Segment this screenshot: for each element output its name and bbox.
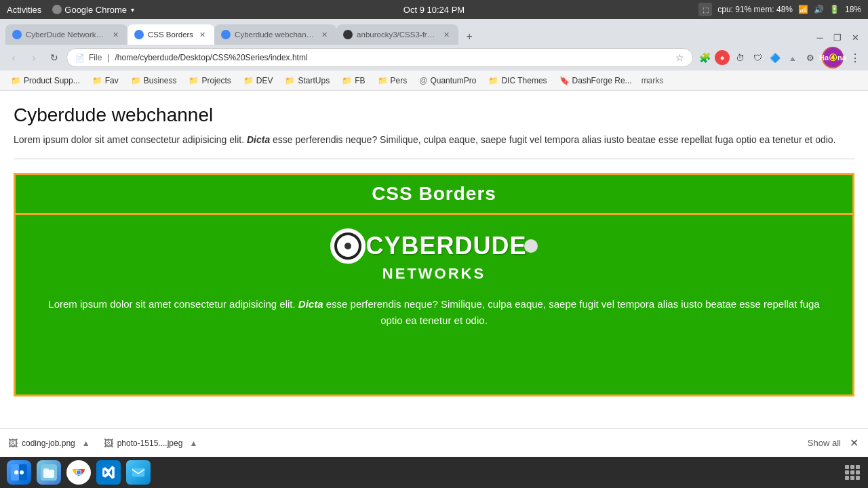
jpeg-file-icon: 🖼 — [104, 438, 113, 449]
grid-dot — [856, 470, 860, 474]
grid-dot — [845, 470, 849, 474]
bookmark-dashforge[interactable]: 🔖 DashForge Re... — [554, 74, 637, 87]
folder-icon: 📁 — [11, 76, 21, 85]
bookmark-label: StartUps — [298, 76, 330, 85]
bookmark-label: Business — [144, 76, 177, 85]
folder-icon: 📁 — [342, 76, 352, 85]
forward-button[interactable]: › — [26, 49, 42, 66]
screenshot-icon[interactable]: ⬚ — [698, 3, 712, 16]
grid-dot — [856, 465, 860, 469]
logo-text: CYBERDUDE — [366, 232, 526, 260]
bookmark-label: QuantumPro — [430, 76, 476, 85]
file-protocol-icon: 📄 — [75, 54, 85, 62]
bookmark-fav[interactable]: 📁 Fav — [87, 74, 124, 87]
tab-cyberdude-networks[interactable]: CyberDude Networks - lo... ✕ — [5, 24, 127, 45]
browser-actions: 🧩 ● ⏱ 🛡 🔷 ⟁ ⚙ — [697, 50, 818, 65]
tab-label-2: CSS Borders — [148, 30, 193, 39]
tab-css-borders[interactable]: CSS Borders ✕ — [127, 24, 214, 45]
address-bar: ‹ › ↻ 📄 File | /home/cyberdude/Desktop/C… — [0, 45, 868, 70]
taskbar-grid-icon[interactable] — [845, 465, 860, 480]
taskbar-files-icon[interactable] — [37, 460, 61, 485]
bookmark-label: Product Supp... — [24, 76, 80, 85]
tab-close-3[interactable]: ✕ — [319, 30, 330, 40]
grid-dot — [845, 465, 849, 469]
taskbar-chrome-icon[interactable] — [66, 460, 91, 485]
url-file-label: File — [89, 53, 102, 62]
back-button[interactable]: ‹ — [5, 49, 22, 66]
bookmark-product-supp[interactable]: 📁 Product Supp... — [5, 74, 85, 87]
bookmark-business[interactable]: 📁 Business — [125, 74, 182, 87]
tab-label-3: Cyberdude webchannel — [235, 30, 315, 39]
tab-close-4[interactable]: ✕ — [441, 30, 452, 40]
minimize-button[interactable]: ─ — [812, 30, 827, 45]
tab-anburocky3[interactable]: anburocky3/CSS3-from-... ✕ — [336, 24, 458, 45]
maximize-button[interactable]: ❐ — [830, 30, 845, 45]
box-lorem-bold: Dicta — [296, 298, 323, 310]
avatar-initials: Ha④na — [823, 48, 842, 67]
downloads-close-button[interactable]: ✕ — [850, 436, 859, 449]
chrome-indicator[interactable]: Google Chrome ▾ — [52, 5, 134, 15]
box-lorem-text: Lorem ipsum dolor sit amet consectetur a… — [29, 296, 839, 329]
pocket-icon[interactable]: ● — [715, 50, 730, 65]
bookmark-fb[interactable]: 📁 FB — [336, 74, 370, 87]
bookmark-label: FB — [355, 76, 365, 85]
bookmark-projects[interactable]: 📁 Projects — [183, 74, 236, 87]
tab-favicon-2 — [134, 30, 144, 39]
svg-rect-11 — [132, 468, 144, 477]
png-file-icon: 🖼 — [8, 438, 18, 449]
url-path: /home/cyberdude/Desktop/CSS%20Series/ind… — [115, 53, 671, 62]
bookmark-dev[interactable]: 📁 DEV — [238, 74, 279, 87]
download-chevron-1[interactable]: ▲ — [79, 437, 93, 449]
grid-dot — [856, 476, 860, 480]
tab-close-2[interactable]: ✕ — [197, 30, 208, 40]
download-chevron-2[interactable]: ▲ — [186, 437, 200, 449]
url-separator: | — [107, 53, 109, 62]
logo-inner-circle — [334, 232, 361, 260]
settings-icon[interactable]: ⚙ — [803, 50, 818, 65]
box-lorem-normal: Lorem ipsum dolor sit amet consectetur a… — [48, 298, 295, 310]
bookmark-pers[interactable]: 📁 Pers — [372, 74, 413, 87]
activities-button[interactable]: Activities — [7, 5, 41, 15]
css-borders-body: CYBERDUDE NETWORKS Lorem ipsum dolor sit… — [16, 215, 852, 342]
tab-close-1[interactable]: ✕ — [111, 30, 121, 40]
vpn-icon[interactable]: 🔷 — [768, 50, 783, 65]
bookmark-startups[interactable]: 📁 StartUps — [279, 74, 335, 87]
tab-cyberdude-webchannel[interactable]: Cyberdude webchannel ✕ — [214, 24, 336, 45]
intro-rest: esse perferendis neque? Similique, culpa… — [270, 134, 835, 145]
extensions-icon[interactable]: 🧩 — [697, 50, 712, 65]
folder-icon: 📁 — [488, 76, 498, 85]
shield-icon[interactable]: 🛡 — [750, 50, 765, 65]
download-filename-1: coding-job.png — [22, 439, 75, 448]
reload-button[interactable]: ↻ — [46, 49, 62, 66]
browser-window: CyberDude Networks - lo... ✕ CSS Borders… — [0, 19, 868, 457]
menu-button[interactable]: ⋮ — [848, 50, 863, 65]
bookmark-icon: 🔖 — [559, 76, 570, 85]
logo-circle-icon — [330, 228, 366, 264]
taskbar-vscode-icon[interactable] — [96, 460, 121, 485]
close-button[interactable]: ✕ — [848, 30, 863, 45]
profile-avatar[interactable]: Ha④na — [822, 47, 844, 68]
chrome-dropdown-icon[interactable]: ▾ — [131, 6, 134, 14]
taskbar-finder-icon[interactable] — [7, 460, 31, 485]
taskbar — [0, 457, 868, 488]
history-icon[interactable]: ⏱ — [732, 50, 747, 65]
volume-icon: 🔊 — [814, 5, 824, 14]
bookmark-label: Pers — [391, 76, 408, 85]
taskbar-mail-icon[interactable] — [126, 460, 151, 485]
grid-dot — [850, 476, 854, 480]
page-subtitle: Lorem ipsum dolor sit amet consectetur a… — [14, 134, 854, 159]
bookmark-label: Fav — [105, 76, 119, 85]
folder-icon: 📁 — [131, 76, 141, 85]
chrome-dot-icon — [52, 5, 62, 14]
url-bar[interactable]: 📄 File | /home/cyberdude/Desktop/CSS%20S… — [66, 48, 693, 67]
box-lorem-rest: esse perferendis neque? Similique, culpa… — [323, 298, 820, 326]
bookmark-dic-themes[interactable]: 📁 DIC Themes — [483, 74, 552, 87]
logo-main: CYBERDUDE — [330, 228, 537, 264]
new-tab-button[interactable]: + — [461, 28, 477, 45]
bookmark-star-icon[interactable]: ☆ — [675, 52, 684, 63]
bookmark-quantumpro[interactable]: @ QuantumPro — [414, 74, 481, 87]
show-all-button[interactable]: Show all — [808, 438, 841, 448]
downloads-bar: 🖼 coding-job.png ▲ 🖼 photo-1515....jpeg … — [0, 428, 868, 457]
filter-icon[interactable]: ⟁ — [785, 50, 800, 65]
tab-favicon-4 — [343, 30, 353, 39]
